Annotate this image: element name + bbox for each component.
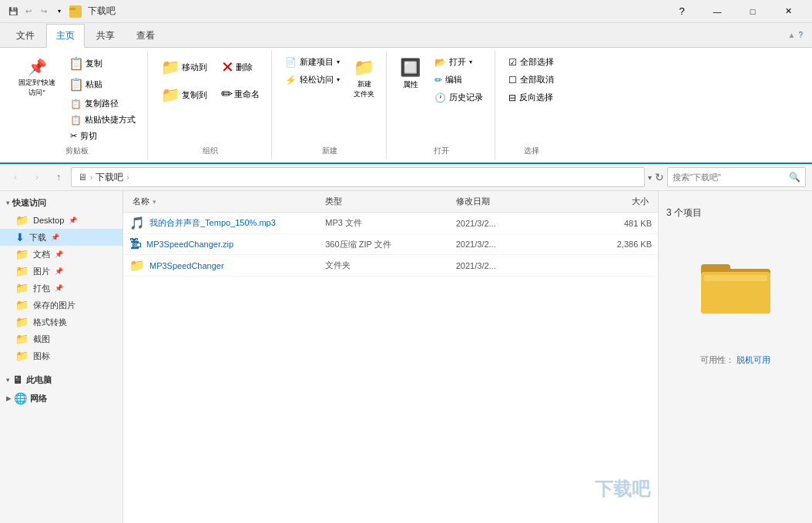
select-all-button[interactable]: ☑ 全部选择 <box>503 54 559 70</box>
this-pc-label: 此电脑 <box>26 374 52 386</box>
close-button[interactable]: ✕ <box>770 0 806 23</box>
ribbon-tabs: 文件 主页 共享 查看 ▲ ? <box>0 23 812 48</box>
up-button[interactable]: ↑ <box>49 168 68 186</box>
move-to-icon: 📁 <box>161 58 180 76</box>
sidebar-item-desktop[interactable]: 📁 Desktop 📌 <box>0 212 122 229</box>
table-row[interactable]: 🗜 MP3SpeedChanger.zip 360压缩 ZIP 文件 2021/… <box>123 234 658 255</box>
address-sep-1: › <box>90 173 92 182</box>
clipboard-buttons: 📌 固定到"快速访问" 📋 复制 📋 粘贴 📋 复制路径 <box>12 54 141 144</box>
file-date-1: 2021/3/2... <box>456 240 587 249</box>
sidebar-item-screenshot[interactable]: 📁 截图 <box>0 330 122 347</box>
help-button[interactable]: ? <box>664 0 700 23</box>
new-folder-button[interactable]: 📁 新建文件夹 <box>348 54 380 103</box>
move-to-button[interactable]: 📁 移动到 <box>156 54 213 80</box>
sidebar-this-pc-header[interactable]: ▾ 🖥 此电脑 <box>0 370 122 389</box>
tab-share[interactable]: 共享 <box>86 24 125 48</box>
open-label: 打开 <box>434 144 449 156</box>
col-name-header[interactable]: 名称 ▾ <box>129 194 322 209</box>
sidebar-network-header[interactable]: ▶ 🌐 网络 <box>0 389 122 407</box>
open-button[interactable]: 📂 打开 ▾ <box>429 54 488 70</box>
forward-button[interactable]: › <box>28 168 46 186</box>
search-icon[interactable]: 🔍 <box>789 172 800 183</box>
pin-button[interactable]: 📌 固定到"快速访问" <box>12 54 62 102</box>
easy-access-button[interactable]: ⚡ 轻松访问 ▾ <box>280 72 345 88</box>
properties-button[interactable]: 🔲 属性 <box>394 54 426 94</box>
table-row[interactable]: 🎵 我的合并声音_Tempo_150%.mp3 MP3 文件 2021/3/2.… <box>123 213 658 234</box>
paste-shortcut-button[interactable]: 📋 粘贴快捷方式 <box>65 112 141 128</box>
rename-button[interactable]: ✏ 重命名 <box>216 82 265 106</box>
address-dropdown-button[interactable]: ▾ <box>648 173 652 182</box>
file-type-2: 文件夹 <box>325 260 456 271</box>
new-item-button[interactable]: 📄 新建项目 ▾ <box>280 54 345 70</box>
copy-button[interactable]: 📋 复制 <box>65 54 141 73</box>
invert-selection-button[interactable]: ⊟ 反向选择 <box>503 89 559 106</box>
pin-indicator-5: 📌 <box>55 284 63 292</box>
file-list-header: 名称 ▾ 类型 修改日期 大小 <box>123 191 658 213</box>
saved-pictures-folder-icon: 📁 <box>15 299 29 311</box>
sidebar-item-convert[interactable]: 📁 格式转换 <box>0 313 122 330</box>
properties-icon: 🔲 <box>400 58 421 78</box>
delete-button[interactable]: ✕ 删除 <box>216 54 265 80</box>
history-button[interactable]: 🕐 历史记录 <box>429 89 488 106</box>
tab-home[interactable]: 主页 <box>46 24 85 48</box>
dropdown-icon[interactable]: ▾ <box>52 5 66 18</box>
network-label: 网络 <box>30 393 47 404</box>
open-dropdown-icon: ▾ <box>469 59 472 65</box>
edit-button[interactable]: ✏ 编辑 <box>429 72 488 88</box>
refresh-button[interactable]: ↻ <box>655 171 664 183</box>
tab-view[interactable]: 查看 <box>126 24 165 48</box>
file-type-1: 360压缩 ZIP 文件 <box>325 239 456 250</box>
pack-folder-icon: 📁 <box>15 282 29 294</box>
address-crumb-1[interactable]: 下载吧 <box>96 171 123 184</box>
organize-buttons: 📁 移动到 📁 复制到 ✕ 删除 ✏ 重命名 <box>156 54 265 144</box>
col-date-header[interactable]: 修改日期 <box>453 194 584 209</box>
new-item-icon: 📄 <box>285 57 297 68</box>
ribbon-group-new: 📄 新建项目 ▾ ⚡ 轻松访问 ▾ 📁 新建文件夹 新建 <box>273 51 387 159</box>
ribbon-group-clipboard: 📌 固定到"快速访问" 📋 复制 📋 粘贴 📋 复制路径 <box>6 51 148 159</box>
copy-to-button[interactable]: 📁 复制到 <box>156 82 213 108</box>
cut-icon: ✂ <box>70 131 77 141</box>
sidebar-quick-access-header[interactable]: ▾ 快速访问 <box>0 194 122 212</box>
sidebar-item-pictures[interactable]: 📁 图片 📌 <box>0 263 122 280</box>
preview-folder-icon <box>701 258 770 313</box>
select-label: 选择 <box>524 144 539 156</box>
undo-icon[interactable]: ↩ <box>22 5 35 18</box>
tab-file[interactable]: 文件 <box>6 24 45 48</box>
ribbon-expand-icon[interactable]: ▲ <box>788 31 796 39</box>
sidebar-item-pack[interactable]: 📁 打包 📌 <box>0 280 122 297</box>
desktop-folder-icon: 📁 <box>15 214 29 226</box>
ribbon-group-select: ☑ 全部选择 ☐ 全部取消 ⊟ 反向选择 选择 <box>497 51 565 159</box>
sidebar-item-icons[interactable]: 📁 图标 <box>0 347 122 364</box>
search-box[interactable]: 🔍 <box>667 167 806 187</box>
file-date-0: 2021/3/2... <box>456 219 587 228</box>
maximize-button[interactable]: □ <box>735 0 770 23</box>
sidebar-item-screenshot-label: 截图 <box>33 334 50 345</box>
svg-rect-5 <box>704 275 767 281</box>
ribbon-help-icon[interactable]: ? <box>798 31 803 39</box>
main-area: ▾ 快速访问 📁 Desktop 📌 ⬇ 下载 📌 📁 文档 📌 📁 图片 📌 … <box>0 191 812 523</box>
sidebar-item-saved-pictures[interactable]: 📁 保存的图片 <box>0 297 122 313</box>
search-input[interactable] <box>673 173 786 182</box>
minimize-button[interactable]: — <box>700 0 735 23</box>
deselect-all-button[interactable]: ☐ 全部取消 <box>503 72 559 88</box>
ribbon-group-open: 🔲 属性 📂 打开 ▾ ✏ 编辑 🕐 历史记录 打开 <box>388 51 495 159</box>
save-icon[interactable]: 💾 <box>6 5 20 18</box>
svg-rect-1 <box>69 8 75 10</box>
table-row[interactable]: 📁 MP3SpeedChanger 文件夹 2021/3/2... <box>123 255 658 277</box>
sidebar-item-download[interactable]: ⬇ 下载 📌 <box>0 229 122 246</box>
file-date-2: 2021/3/2... <box>456 261 587 270</box>
col-type-header[interactable]: 类型 <box>322 194 453 209</box>
redo-icon[interactable]: ↪ <box>37 5 51 18</box>
paste-button[interactable]: 📋 粘贴 <box>65 75 141 94</box>
back-button[interactable]: ‹ <box>6 168 25 186</box>
sidebar-item-docs[interactable]: 📁 文档 📌 <box>0 246 122 263</box>
col-size-header[interactable]: 大小 <box>583 194 652 209</box>
address-bar[interactable]: 🖥 › 下载吧 › <box>71 167 645 187</box>
preview-count: 3 个项目 <box>666 206 702 220</box>
sidebar-item-icons-label: 图标 <box>33 350 50 362</box>
copy-path-button[interactable]: 📋 复制路径 <box>65 96 141 112</box>
cut-button[interactable]: ✂ 剪切 <box>65 128 141 144</box>
file-name-1: 🗜 MP3SpeedChanger.zip <box>129 237 325 251</box>
new-folder-icon: 📁 <box>354 58 374 78</box>
select-buttons: ☑ 全部选择 ☐ 全部取消 ⊟ 反向选择 <box>503 54 559 144</box>
